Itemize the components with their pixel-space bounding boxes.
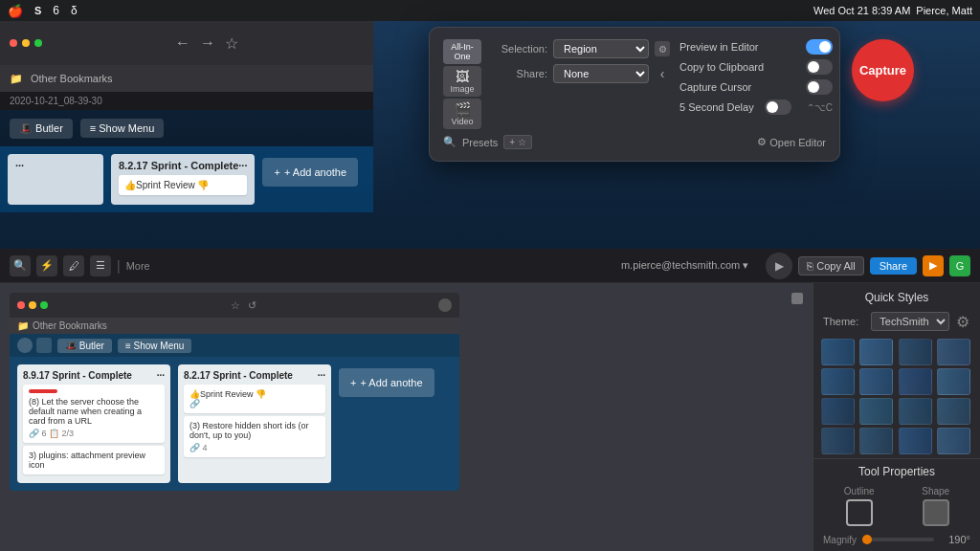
editor-main: ☆ ↺ 📁 Other Bookmarks 🎩 Bu (0, 283, 980, 551)
style-thumb-14[interactable] (859, 428, 893, 454)
capture-cursor-toggle[interactable] (806, 79, 833, 95)
mini-col-1: 8.9.17 Sprint - Complete ··· (8) Let the… (17, 364, 170, 483)
add-another-top-button[interactable]: + + Add anothe (262, 158, 358, 187)
add-icon: + (274, 166, 279, 178)
share-dropdown[interactable]: None Clipboard Email (553, 64, 649, 83)
col-menu-icon[interactable]: ··· (238, 160, 247, 171)
tool-properties-title: Tool Properties (813, 458, 980, 482)
mini-card-1[interactable]: (8) Let the server choose the default na… (23, 385, 165, 443)
toolbar-icon-3[interactable]: 🖊 (63, 255, 84, 276)
style-thumb-11[interactable] (899, 398, 932, 425)
resize-handle[interactable] (791, 293, 803, 304)
mini-col2-menu-icon[interactable]: ··· (318, 370, 325, 381)
style-thumb-9[interactable] (821, 398, 855, 425)
style-thumb-13[interactable] (821, 428, 855, 454)
folder-icon: 📁 (10, 73, 23, 85)
mini-butler-button[interactable]: 🎩 Butler (57, 339, 112, 353)
share-button[interactable]: Share (870, 257, 917, 275)
browser-forward-icon[interactable]: → (200, 34, 215, 52)
style-thumb-10[interactable] (859, 398, 893, 425)
browser-toolbar: ← → ☆ (50, 34, 364, 53)
style-thumb-4[interactable] (937, 339, 970, 365)
green-icon[interactable]: G (949, 255, 970, 276)
mini-board-avatar (17, 338, 33, 353)
preview-in-editor-toggle[interactable] (806, 39, 833, 55)
style-thumb-5[interactable] (821, 368, 855, 395)
style-thumb-2[interactable] (859, 339, 893, 365)
add-another-editor-button[interactable]: + + Add anothe (339, 368, 434, 397)
style-thumb-12[interactable] (937, 398, 970, 425)
toolbar-icon-2[interactable]: ⚡ (36, 255, 57, 276)
mini-card-3[interactable]: 👍Sprint Review 👎 🔗 (184, 385, 325, 413)
star-icon[interactable]: ☆ (225, 34, 238, 53)
more-label[interactable]: More (126, 260, 150, 272)
style-thumb-6[interactable] (859, 368, 893, 395)
theme-settings-icon[interactable]: ⚙ (955, 314, 970, 329)
mini-col-2-header: 8.2.17 Sprint - Complete ··· (184, 370, 325, 381)
menubar-time: Wed Oct 21 8:39 AM (813, 5, 910, 16)
share-chevron-icon[interactable]: ‹ (655, 66, 670, 81)
magnify-slider[interactable] (862, 538, 934, 541)
mode-video-button[interactable]: 🎬 Video (443, 99, 481, 129)
minimize-window-icon[interactable] (22, 39, 30, 47)
maximize-window-icon[interactable] (34, 39, 42, 47)
five-second-delay-row: 5 Second Delay ⌃⌥C (679, 99, 833, 115)
mini-card-2[interactable]: 3) plugins: attachment preview icon (23, 446, 165, 474)
five-second-delay-toggle[interactable] (765, 99, 791, 115)
toolbar-icon-4[interactable]: ☰ (90, 255, 111, 276)
toolbar-icon-1[interactable]: 🔍 (10, 255, 31, 276)
trello-col-sprint: 8.2.17 Sprint - Complete ··· 👍Sprint Rev… (111, 154, 255, 205)
mini-board-icon (36, 338, 52, 353)
menubar-left: 🍎 S 6 δ (8, 4, 78, 18)
mini-show-menu-button[interactable]: ≡ Show Menu (118, 339, 191, 353)
mode-all-in-one-button[interactable]: All-In-One (443, 39, 481, 64)
theme-dropdown[interactable]: TechSmith Default (871, 312, 949, 331)
card-4-text: (3) Restore hidden short ids (or don't, … (189, 421, 320, 440)
outline-box[interactable] (846, 499, 873, 526)
preset-add-button[interactable]: + ☆ (503, 135, 532, 149)
style-thumb-16[interactable] (937, 428, 970, 454)
outline-prop: Outline (844, 486, 875, 526)
apple-icon[interactable]: 🍎 (8, 4, 23, 18)
preview-in-editor-row: Preview in Editor (679, 39, 833, 55)
capture-button[interactable]: Capture (852, 39, 914, 101)
show-menu-button[interactable]: ≡ Show Menu (80, 119, 165, 138)
close-window-icon[interactable] (10, 39, 17, 47)
style-thumb-3[interactable] (899, 339, 932, 365)
mini-card-4[interactable]: (3) Restore hidden short ids (or don't, … (184, 416, 325, 457)
style-thumb-7[interactable] (899, 368, 932, 395)
copy-to-clipboard-toggle[interactable] (806, 59, 833, 75)
mini-minimize-icon (29, 301, 36, 309)
menubar: 🍎 S 6 δ Wed Oct 21 8:39 AM Pierce, Matt (0, 0, 980, 21)
menu-item-file[interactable]: 6 (53, 4, 59, 17)
style-thumb-15[interactable] (899, 428, 932, 454)
share-row: Share: None Clipboard Email ‹ (495, 64, 670, 83)
presets-section: 🔍 Presets + ☆ (443, 135, 532, 149)
orange-icon[interactable]: ▶ (923, 255, 944, 276)
browser-back-icon[interactable]: ← (175, 34, 190, 52)
shape-box[interactable] (923, 499, 949, 526)
sprint-review-card[interactable]: 👍Sprint Review 👎 (119, 175, 247, 195)
mode-image-button[interactable]: 🖼 Image (443, 66, 481, 97)
card-1-text: (8) Let the server choose the default na… (29, 397, 159, 426)
butler-button[interactable]: 🎩 Butler (10, 119, 73, 139)
mini-browser-chrome: ☆ ↺ (10, 293, 459, 318)
bookmarks-label: Other Bookmarks (31, 73, 113, 84)
mini-col-menu-icon[interactable]: ··· (157, 370, 165, 381)
style-thumb-1[interactable] (821, 339, 855, 365)
magnify-handle[interactable] (862, 535, 872, 544)
trello-top-area: ← → ☆ 📁 Other Bookmarks 2020-10-21_08-39… (0, 21, 373, 246)
mini-board-icons (17, 338, 52, 353)
copy-all-button[interactable]: ⎘ Copy All (798, 256, 863, 276)
open-editor-link[interactable]: ⚙ Open Editor (757, 136, 826, 148)
selection-dropdown[interactable]: Region Window Full Screen (553, 39, 649, 58)
capture-cursor-row: Capture Cursor (679, 79, 833, 95)
menu-item-edit[interactable]: δ (71, 4, 78, 17)
selection-gear-icon[interactable]: ⚙ (655, 41, 670, 56)
style-thumb-8[interactable] (937, 368, 970, 395)
mini-col-2: 8.2.17 Sprint - Complete ··· 👍Sprint Rev… (178, 364, 331, 483)
mini-trello-toolbar: 🎩 Butler ≡ Show Menu (10, 334, 459, 357)
menubar-right: Wed Oct 21 8:39 AM Pierce, Matt (813, 5, 972, 16)
play-button[interactable]: ▶ (766, 253, 792, 279)
preview-in-editor-label: Preview in Editor (679, 41, 759, 53)
